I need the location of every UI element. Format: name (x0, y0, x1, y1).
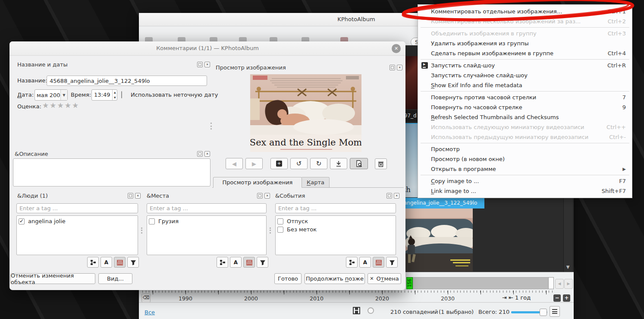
description-textarea[interactable] (13, 158, 210, 186)
zoom-in-button[interactable]: + (563, 294, 570, 302)
rotate-ccw-button[interactable]: ↺ (290, 158, 308, 169)
add-area-button[interactable]: + (270, 158, 288, 169)
full-size-preview-button[interactable] (350, 158, 368, 169)
menu-item-view[interactable]: Просмотр (418, 144, 632, 154)
detach-icon[interactable] (386, 193, 392, 199)
menu-item-refresh-thumbnails[interactable]: Refresh Selected Thumbnails and Checksum… (418, 112, 632, 122)
events-tag-list[interactable]: Отпуск Без меток (275, 215, 396, 255)
date-sort-button[interactable] (373, 257, 384, 268)
options-button[interactable]: Вид... (98, 273, 132, 284)
detach-icon[interactable] (390, 65, 395, 70)
places-tag-list[interactable]: Грузия (147, 215, 267, 255)
menu-item-run-random-slideshow[interactable]: Запустить случайное слайд-шоу (418, 70, 632, 80)
splitter-handle[interactable] (210, 123, 213, 129)
menu-item-annotate-individual[interactable]: Комментировать отдельные изображения...C… (418, 6, 632, 16)
continue-later-button[interactable]: Продолжить позже (305, 273, 365, 284)
next-image-button[interactable]: ▶ (245, 158, 263, 169)
alpha-sort-button[interactable]: A (230, 257, 242, 268)
people-tag-input[interactable] (16, 203, 138, 213)
events-tag-input[interactable] (275, 203, 396, 213)
tag-checkbox[interactable] (277, 227, 283, 233)
date-left-button[interactable]: ◀ (555, 279, 564, 289)
close-section-icon[interactable] (204, 62, 210, 67)
alpha-sort-button[interactable]: A (359, 257, 371, 268)
filter-button[interactable] (386, 257, 398, 268)
tag-checkbox[interactable] (277, 218, 283, 224)
menu-item-remove-from-stack[interactable]: Удалить изображения из группы (418, 38, 632, 48)
histogram-area[interactable] (413, 277, 549, 289)
scrollbar-down-icon[interactable]: ▼ (565, 264, 571, 270)
close-section-icon[interactable] (264, 193, 270, 199)
menu-item-open-with[interactable]: Открыть в программе ▶ (418, 164, 632, 174)
dialog-close-icon[interactable]: ✕ (392, 44, 401, 53)
tag-label: Отпуск (287, 218, 308, 224)
filter-button[interactable] (257, 257, 268, 268)
fuzzy-date-checkbox[interactable] (121, 91, 122, 98)
menu-item-rotate-cw[interactable]: Повернуть по часовой стрелке9 (418, 102, 632, 112)
prev-image-button[interactable]: ◀ (226, 158, 243, 169)
delete-image-button[interactable] (375, 158, 387, 169)
tag-row[interactable]: angelina jolie (19, 217, 136, 225)
menu-item-rotate-ccw[interactable]: Повернуть против часовой стрелки7 (418, 92, 632, 102)
splitter-handle[interactable] (270, 227, 272, 234)
zoom-out-button[interactable]: − (553, 294, 561, 302)
alpha-sort-button[interactable]: A (101, 257, 112, 268)
menu-item-copy-image-to[interactable]: Copy image to ...F7 (418, 176, 632, 186)
dialog-titlebar[interactable]: Комментарии (1/1) — KPhotoAlbum (9, 41, 405, 56)
image-name-field[interactable] (47, 76, 207, 86)
time-spinbox[interactable]: 13:49 ▲▼ (91, 89, 117, 101)
tag-row[interactable]: Грузия (149, 217, 264, 225)
places-tag-input[interactable] (147, 203, 267, 213)
tree-view-button[interactable] (217, 257, 228, 268)
close-section-icon[interactable] (397, 65, 402, 70)
date-right-button[interactable]: ▶ (564, 279, 573, 289)
close-section-icon[interactable] (135, 193, 141, 199)
histogram-bar[interactable]: 156 (406, 277, 413, 289)
save-icon[interactable] (353, 307, 360, 314)
events-header-icons (386, 193, 399, 199)
spinner-arrows-icon[interactable]: ▲▼ (112, 90, 117, 100)
people-tag-list[interactable]: angelina jolie (16, 215, 138, 255)
tree-view-button[interactable] (87, 257, 99, 268)
menu-item-run-slideshow[interactable]: Запустить слайд-шоуCtrl+R (418, 60, 632, 70)
clear-date-selection-icon[interactable]: ⌫ (141, 294, 151, 303)
menu-item-link-image-to[interactable]: Link image to ...Shift+F7 (418, 186, 632, 196)
tag-label: Грузия (158, 218, 179, 224)
cancel-button[interactable]: ✕ Отмена (368, 273, 401, 284)
tab-image-preview[interactable]: Просмотр изображения (213, 177, 302, 188)
document-search-icon (356, 160, 362, 167)
menu-item-view-new-window[interactable]: Просмотр (в новом окне) (418, 154, 632, 164)
discard-changes-button[interactable]: Отменить изменения объекта (10, 273, 95, 284)
tree-view-button[interactable] (346, 257, 358, 268)
rotate-cw-button[interactable]: ↻ (310, 158, 327, 169)
rotate-cw-icon: ↻ (316, 160, 322, 167)
splitter-handle[interactable] (141, 227, 144, 234)
date-sort-button[interactable] (243, 257, 255, 268)
detach-icon[interactable] (257, 193, 263, 199)
menu-item-set-stack-head[interactable]: Сделать первым изображением в группеCtrl… (418, 48, 632, 58)
tag-row[interactable]: Отпуск (277, 217, 394, 225)
done-button[interactable]: Готово (274, 273, 302, 284)
dialog-title: Комментарии (1/1) — KPhotoAlbum (156, 45, 259, 51)
detach-icon[interactable] (128, 193, 133, 199)
date-slider-handle[interactable] (548, 277, 554, 289)
chevron-down-icon[interactable]: ▼ (60, 90, 67, 100)
date-sort-button[interactable] (114, 257, 126, 268)
copy-from-previous-button[interactable] (330, 158, 347, 169)
detach-icon[interactable] (197, 62, 203, 67)
filter-button[interactable] (127, 257, 139, 268)
menu-item-show-exif[interactable]: Show Exif Info and file metadata (418, 80, 632, 90)
tag-row[interactable]: Без меток (277, 225, 394, 234)
close-section-icon[interactable] (204, 151, 210, 157)
menu-separator (421, 59, 629, 60)
tag-checkbox[interactable] (149, 218, 155, 224)
tab-map[interactable]: Карта (302, 177, 330, 188)
close-section-icon[interactable] (394, 193, 399, 199)
date-combobox[interactable]: мая 2005 ▼ (35, 89, 68, 101)
rating-stars[interactable]: ★★★★★ (42, 101, 79, 110)
detach-icon[interactable] (197, 151, 203, 157)
hamburger-menu-button[interactable] (550, 306, 560, 317)
slider-handle[interactable] (540, 309, 547, 316)
tag-checkbox[interactable] (19, 218, 25, 224)
show-all-link[interactable]: Все (145, 309, 155, 316)
